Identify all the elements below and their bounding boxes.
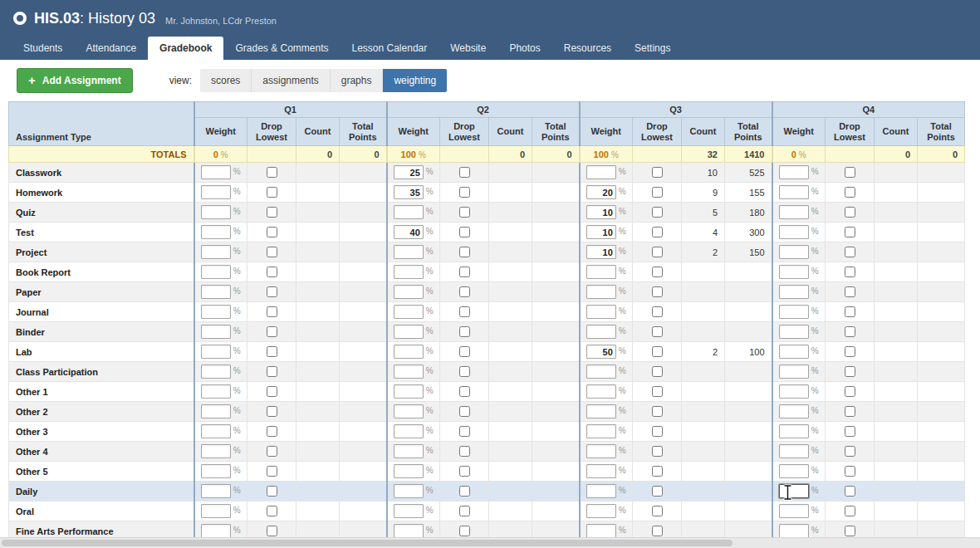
weight-input[interactable]: [586, 305, 616, 319]
drop-lowest-checkbox[interactable]: [267, 167, 277, 178]
weight-input[interactable]: [394, 265, 424, 279]
drop-lowest-checkbox[interactable]: [459, 406, 470, 417]
drop-lowest-checkbox[interactable]: [459, 366, 470, 377]
weight-input[interactable]: [586, 325, 616, 339]
weight-input[interactable]: [394, 285, 424, 299]
weight-input[interactable]: [586, 285, 616, 299]
weight-input[interactable]: [779, 484, 809, 498]
drop-lowest-checkbox[interactable]: [459, 446, 470, 457]
weight-input[interactable]: [394, 165, 424, 179]
weight-input[interactable]: [779, 225, 809, 239]
drop-lowest-checkbox[interactable]: [845, 247, 855, 257]
drop-lowest-checkbox[interactable]: [845, 366, 855, 377]
drop-lowest-checkbox[interactable]: [267, 207, 277, 218]
drop-lowest-checkbox[interactable]: [652, 167, 663, 178]
drop-lowest-checkbox[interactable]: [267, 306, 277, 317]
drop-lowest-checkbox[interactable]: [652, 406, 663, 417]
drop-lowest-checkbox[interactable]: [267, 426, 277, 437]
nav-tab-resources[interactable]: Resources: [552, 37, 623, 60]
nav-tab-grades-comments[interactable]: Grades & Comments: [223, 37, 340, 60]
weight-input[interactable]: [394, 384, 424, 399]
drop-lowest-checkbox[interactable]: [845, 286, 855, 297]
view-tab-weighting[interactable]: weighting: [383, 69, 447, 92]
horizontal-scrollbar[interactable]: [0, 537, 980, 548]
weight-input[interactable]: [201, 424, 231, 438]
weight-input[interactable]: [586, 404, 616, 418]
weight-input[interactable]: [779, 265, 809, 279]
drop-lowest-checkbox[interactable]: [845, 386, 855, 397]
nav-tab-gradebook[interactable]: Gradebook: [148, 37, 223, 60]
weight-input[interactable]: [586, 504, 616, 518]
weight-input[interactable]: [779, 444, 809, 458]
drop-lowest-checkbox[interactable]: [459, 466, 470, 477]
drop-lowest-checkbox[interactable]: [652, 227, 663, 237]
drop-lowest-checkbox[interactable]: [845, 466, 855, 477]
drop-lowest-checkbox[interactable]: [459, 346, 470, 357]
weight-input[interactable]: [586, 384, 616, 399]
nav-tab-photos[interactable]: Photos: [497, 37, 551, 60]
drop-lowest-checkbox[interactable]: [459, 227, 470, 237]
weight-input[interactable]: [586, 265, 616, 279]
nav-tab-website[interactable]: Website: [439, 37, 497, 60]
weight-input[interactable]: [201, 524, 231, 538]
weight-input[interactable]: [779, 305, 809, 319]
weight-input[interactable]: [779, 285, 809, 299]
weight-input[interactable]: [779, 524, 809, 538]
weight-input[interactable]: [779, 504, 809, 518]
drop-lowest-checkbox[interactable]: [267, 466, 277, 477]
weight-input[interactable]: [201, 205, 231, 219]
weight-input[interactable]: [779, 205, 809, 219]
drop-lowest-checkbox[interactable]: [459, 486, 470, 497]
drop-lowest-checkbox[interactable]: [459, 386, 470, 397]
weight-input[interactable]: [394, 484, 424, 498]
weight-input[interactable]: [779, 365, 809, 379]
weight-input[interactable]: [201, 165, 231, 179]
nav-tab-students[interactable]: Students: [12, 37, 74, 60]
drop-lowest-checkbox[interactable]: [652, 207, 663, 218]
drop-lowest-checkbox[interactable]: [459, 167, 470, 178]
weight-input[interactable]: [201, 325, 231, 339]
nav-tab-settings[interactable]: Settings: [623, 37, 682, 60]
weight-input[interactable]: [394, 345, 424, 359]
weight-input[interactable]: [394, 504, 424, 518]
drop-lowest-checkbox[interactable]: [845, 187, 855, 198]
drop-lowest-checkbox[interactable]: [845, 267, 855, 277]
drop-lowest-checkbox[interactable]: [459, 326, 470, 337]
weight-input[interactable]: [586, 245, 616, 259]
weight-input[interactable]: [586, 444, 616, 458]
weight-input[interactable]: [779, 384, 809, 399]
drop-lowest-checkbox[interactable]: [459, 247, 470, 257]
drop-lowest-checkbox[interactable]: [652, 247, 663, 257]
weight-input[interactable]: [201, 384, 231, 399]
weight-input[interactable]: [201, 345, 231, 359]
weight-input[interactable]: [394, 524, 424, 538]
drop-lowest-checkbox[interactable]: [267, 486, 277, 497]
add-assignment-button[interactable]: + Add Assignment: [17, 68, 133, 93]
drop-lowest-checkbox[interactable]: [267, 366, 277, 377]
drop-lowest-checkbox[interactable]: [652, 426, 663, 437]
weight-input[interactable]: [394, 305, 424, 319]
weight-input[interactable]: [201, 245, 231, 259]
weight-input[interactable]: [394, 225, 424, 239]
view-tab-graphs[interactable]: graphs: [331, 69, 384, 92]
drop-lowest-checkbox[interactable]: [652, 326, 663, 337]
weight-input[interactable]: [394, 205, 424, 219]
weight-input[interactable]: [394, 424, 424, 438]
drop-lowest-checkbox[interactable]: [459, 426, 470, 437]
drop-lowest-checkbox[interactable]: [652, 366, 663, 377]
drop-lowest-checkbox[interactable]: [652, 506, 663, 516]
drop-lowest-checkbox[interactable]: [267, 446, 277, 457]
weight-input[interactable]: [201, 464, 231, 478]
nav-tab-attendance[interactable]: Attendance: [74, 37, 148, 60]
weight-input[interactable]: [779, 185, 809, 199]
drop-lowest-checkbox[interactable]: [267, 247, 277, 257]
weight-input[interactable]: [586, 484, 616, 498]
drop-lowest-checkbox[interactable]: [459, 187, 470, 198]
weight-input[interactable]: [201, 444, 231, 458]
drop-lowest-checkbox[interactable]: [652, 526, 663, 536]
drop-lowest-checkbox[interactable]: [267, 506, 277, 516]
weight-input[interactable]: [201, 365, 231, 379]
drop-lowest-checkbox[interactable]: [459, 286, 470, 297]
drop-lowest-checkbox[interactable]: [845, 446, 855, 457]
weight-input[interactable]: [779, 404, 809, 418]
